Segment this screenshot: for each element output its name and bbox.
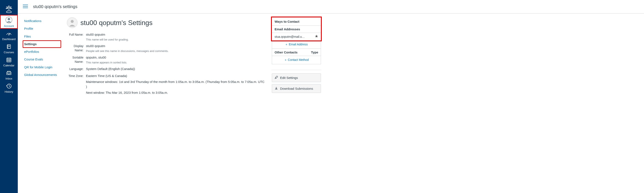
- right-sidebar: Ways to Contact Email Addresses stua.qop…: [272, 17, 321, 93]
- email-addresses-header: Email Addresses: [274, 27, 300, 31]
- settings-panel: stu00 qoputm's Settings Full Name: stu00…: [67, 17, 266, 97]
- add-email-link[interactable]: ＋ Email Address: [285, 43, 308, 46]
- nav-inbox[interactable]: Inbox: [0, 68, 18, 81]
- svg-point-0: [8, 6, 9, 7]
- nav-dashboard[interactable]: Dashboard: [0, 29, 18, 42]
- svg-point-3: [8, 18, 10, 20]
- inbox-icon: [6, 70, 12, 77]
- nav-courses-label: Courses: [4, 51, 14, 54]
- nav-account-label: Account: [4, 24, 14, 28]
- book-icon: [6, 44, 12, 50]
- profile-avatar[interactable]: [67, 17, 78, 28]
- institution-logo[interactable]: [0, 1, 18, 15]
- calendar-icon: [6, 57, 12, 63]
- nav-link-profile[interactable]: Profile: [23, 25, 61, 32]
- page-title: stu00 qoputm's Settings: [80, 19, 153, 27]
- nav-inbox-label: Inbox: [6, 77, 12, 80]
- language-value: System Default (English (Canada)): [86, 67, 266, 72]
- nav-link-settings[interactable]: Settings: [23, 41, 61, 48]
- email-value: stua.qoputm@mail.u…: [274, 35, 313, 38]
- dashboard-icon: [6, 31, 12, 37]
- timezone-label: Time Zone:: [67, 74, 86, 78]
- pencil-icon: [274, 76, 278, 80]
- nav-link-global-announcements[interactable]: Global Announcements: [23, 71, 61, 78]
- download-icon: [274, 87, 278, 91]
- display-name-value: stu00 qoputm: [86, 44, 266, 49]
- next-window-text: Next window: Thu Mar 16, 2023 from 1:05a…: [86, 90, 266, 95]
- nav-history-label: History: [5, 90, 13, 93]
- plus-icon: ＋: [284, 58, 287, 62]
- svg-point-5: [9, 35, 9, 35]
- svg-point-1: [6, 11, 12, 12]
- full-name-hint: This name will be used for grading.: [86, 38, 266, 42]
- nav-link-course-evals[interactable]: Course Evals: [23, 56, 61, 63]
- svg-line-23: [276, 77, 276, 78]
- contact-box-lower: ＋ Email Address Other Contacts Type ＋ Co…: [272, 41, 321, 64]
- nav-link-eportfolios[interactable]: ePortfolios: [23, 48, 61, 55]
- nav-calendar[interactable]: Calendar: [0, 55, 18, 68]
- separator: [272, 70, 321, 70]
- ways-to-contact-box: Ways to Contact Email Addresses stua.qop…: [272, 17, 321, 41]
- ways-to-contact-title: Ways to Contact: [272, 18, 321, 26]
- nav-calendar-label: Calendar: [4, 64, 14, 67]
- breadcrumb: stu00 qoputm's settings: [33, 4, 78, 9]
- history-icon: [6, 83, 12, 90]
- email-row[interactable]: stua.qoputm@mail.u…: [272, 33, 321, 41]
- display-name-hint: People will see this name in discussions…: [86, 49, 266, 53]
- svg-rect-10: [7, 58, 11, 62]
- full-name-value: stu00 qoputm: [86, 32, 266, 37]
- add-contact-method-link[interactable]: ＋ Contact Method: [284, 58, 309, 62]
- download-submissions-button[interactable]: Download Submissions: [272, 84, 321, 93]
- context-nav: Notifications Profile Files Settings ePo…: [23, 17, 61, 78]
- full-name-label: Full Name:: [67, 32, 86, 37]
- nav-link-files[interactable]: Files: [23, 33, 61, 40]
- nav-link-notifications[interactable]: Notifications: [23, 17, 61, 25]
- star-icon[interactable]: [315, 35, 318, 39]
- user-avatar-icon: [6, 17, 12, 24]
- hamburger-menu-icon[interactable]: [23, 4, 28, 9]
- sortable-name-label: Sortable Name:: [67, 55, 86, 64]
- maintenance-window-text: Maintenance windows: 1st and 3rd Thursda…: [86, 80, 266, 89]
- svg-point-22: [71, 20, 74, 23]
- sortable-name-hint: This name appears in sorted lists.: [86, 60, 266, 65]
- main-region: stu00 qoputm's settings Notifications Pr…: [18, 0, 644, 193]
- other-contacts-header: Other Contacts: [274, 51, 298, 54]
- nav-link-qr-mobile[interactable]: QR for Mobile Login: [23, 64, 61, 71]
- global-nav: Account Dashboard Courses: [0, 0, 18, 193]
- edit-settings-button[interactable]: Edit Settings: [272, 73, 321, 82]
- language-label: Language:: [67, 67, 86, 71]
- plus-icon: ＋: [285, 43, 288, 46]
- nav-courses[interactable]: Courses: [0, 42, 18, 55]
- timezone-value: Eastern Time (US & Canada): [86, 74, 266, 78]
- top-bar: stu00 qoputm's settings: [18, 0, 644, 14]
- nav-account[interactable]: Account: [0, 15, 18, 29]
- type-header: Type: [311, 51, 318, 54]
- sortable-name-value: qoputm, stu00: [86, 55, 266, 60]
- display-name-label: Display Name:: [67, 44, 86, 52]
- nav-history[interactable]: History: [0, 81, 18, 95]
- nav-dashboard-label: Dashboard: [2, 38, 16, 41]
